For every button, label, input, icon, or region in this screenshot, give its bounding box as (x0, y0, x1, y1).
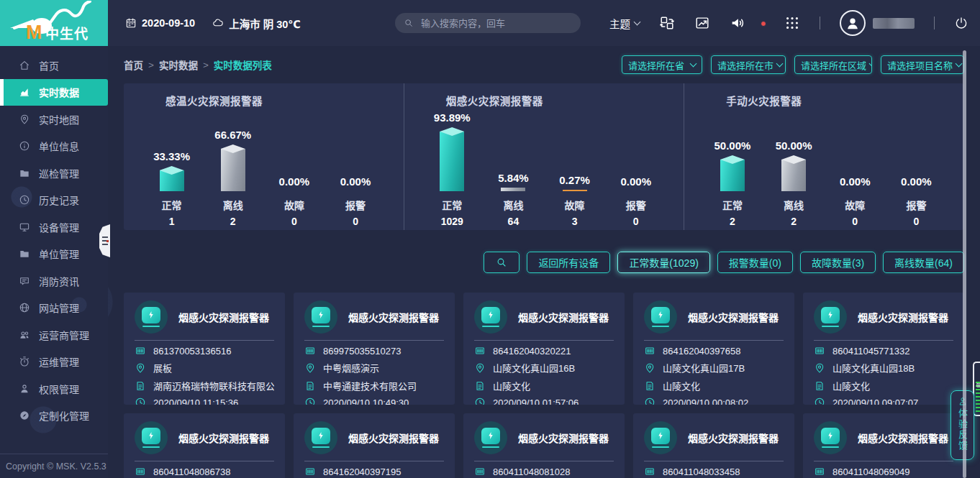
sidebar-item-label: 设备管理 (39, 220, 79, 234)
device-card-3[interactable]: 烟感火灾探测报警器 864162040397658 山陵文化真山园17B 山陵文… (633, 293, 794, 405)
swap-icon[interactable] (659, 15, 675, 31)
bar-3d (781, 155, 806, 191)
device-card-1[interactable]: 烟感火灾探测报警器 869975035510273 中粤烟感演示 中粤通建技术有… (294, 293, 455, 405)
device-type-badge (304, 421, 337, 454)
sidebar-item-8[interactable]: 消防资讯 (0, 267, 108, 295)
apps-grid-icon[interactable] (784, 15, 800, 31)
hamburger-icon (102, 236, 108, 246)
device-card-0[interactable]: 烟感火灾探测报警器 861370053136516 展板 湖南迈格瑞特物联科技有… (124, 293, 285, 405)
main-content: 首页 > 实时数据 > 实时数据列表 请选择所在省 请选择所在市 请选择所在区域… (108, 46, 980, 478)
sidebar-item-12[interactable]: 权限管理 (0, 375, 108, 403)
company-icon (474, 380, 486, 392)
chevron-down-icon (956, 60, 963, 68)
device-card-title: 烟感火灾探测报警器 (518, 310, 609, 324)
device-id-row: 869975035510273 (304, 345, 444, 357)
filter-button-4[interactable]: 离线数量(64) (883, 252, 964, 273)
sidebar-item-11[interactable]: 运维管理 (0, 349, 108, 376)
stopwatch-icon (19, 356, 30, 367)
sidebar-item-0[interactable]: 首页 (0, 52, 108, 79)
location-pin-icon (814, 362, 825, 374)
chart-group-1: 烟感火灾探测报警器 93.89% 正常 1029 5.84% 离线 64 0.2… (404, 83, 684, 230)
sidebar-item-label: 运维管理 (39, 354, 79, 369)
barcode-icon (474, 345, 486, 357)
district-select[interactable]: 请选择所在区域 (794, 55, 872, 74)
sidebar-item-2[interactable]: 实时地图 (0, 106, 108, 133)
filter-button-0[interactable]: 返回所有设备 (527, 252, 610, 273)
scrollbar[interactable] (963, 50, 966, 478)
trend-icon[interactable] (694, 15, 710, 31)
search-devices-button[interactable] (484, 252, 520, 273)
device-card-2[interactable]: 烟感火灾探测报警器 864162040320221 山陵文化真山园16B 山陵文… (463, 293, 625, 405)
bar-3d (501, 188, 525, 191)
filter-button-2[interactable]: 报警数量(0) (717, 252, 793, 273)
sidebar-item-13[interactable]: 定制化管理 (0, 403, 108, 430)
sidebar-item-6[interactable]: 设备管理 (0, 213, 108, 241)
barcode-icon (304, 345, 316, 357)
barcode-icon (814, 345, 825, 357)
breadcrumb-realtime[interactable]: 实时数据 (159, 58, 198, 72)
power-icon[interactable] (954, 16, 968, 30)
device-type-badge (474, 300, 507, 334)
filter-button-3[interactable]: 故障数量(3) (800, 252, 876, 273)
device-id-row: 860411048081028 (474, 466, 614, 477)
app-logo[interactable]: M 中生代 (0, 0, 108, 46)
category-label: 离线 (223, 198, 243, 212)
bolt-icon (142, 307, 160, 323)
city-select[interactable]: 请选择所在市 (711, 55, 786, 74)
theme-dropdown[interactable]: 主题 (609, 16, 640, 31)
sidebar-item-5[interactable]: 历史记录 (0, 187, 108, 214)
time-icon (814, 397, 825, 405)
bar-col-1-2: 0.27% 故障 3 (547, 109, 603, 227)
divider (820, 17, 820, 29)
sidebar-item-label: 单位信息 (39, 139, 79, 153)
percent-label: 0.27% (559, 174, 590, 186)
device-card-9[interactable]: 烟感火灾探测报警器 860411048069049 山陵文化真山园 (803, 413, 964, 478)
topbar: M 中生代 2020-09-10 上海市 阴 30℃ 主题 (0, 0, 980, 46)
sidebar-item-3[interactable]: 单位信息 (0, 133, 108, 160)
avatar-icon[interactable] (840, 10, 866, 36)
breadcrumb-home[interactable]: 首页 (124, 58, 143, 72)
folder-icon (19, 248, 30, 259)
category-label: 正常 (722, 198, 743, 212)
bar-col-0-2: 0.00% 故障 0 (266, 109, 322, 227)
device-card-8[interactable]: 烟感火灾探测报警器 860411048033458 山陵文化真山园 (633, 413, 794, 478)
bar-col-2-0: 50.00% 正常 2 (704, 109, 761, 227)
barcode-icon (976, 382, 980, 412)
count-label: 0 (913, 216, 919, 227)
device-card-5[interactable]: 烟感火灾探测报警器 860411048086738 山陵文化真山园 (124, 413, 285, 478)
custom-compass-icon (19, 410, 30, 421)
global-search[interactable] (395, 13, 581, 33)
speaker-icon[interactable] (730, 15, 745, 31)
count-label: 2 (730, 216, 735, 227)
category-label: 报警 (906, 198, 926, 212)
sidebar-item-9[interactable]: 网站管理 (0, 295, 108, 322)
sidebar-item-1[interactable]: 实时数据 (0, 79, 108, 106)
barcode-icon (814, 466, 825, 477)
device-card-7[interactable]: 烟感火灾探测报警器 860411048081028 山陵文化真山园 (463, 413, 625, 478)
sidebar-item-label: 巡检管理 (39, 166, 79, 180)
device-card-title: 烟感火灾探测报警器 (348, 310, 439, 324)
percent-label: 66.67% (214, 129, 251, 141)
divider (644, 340, 784, 341)
bolt-icon (481, 307, 500, 323)
bar-col-0-3: 0.00% 报警 0 (327, 109, 384, 227)
device-card-4[interactable]: 烟感火灾探测报警器 860411045771332 山陵文化真山园18B 山陵文… (803, 293, 964, 405)
bar-col-2-2: 0.00% 故障 0 (827, 109, 883, 227)
weather-display: 上海市 阴 30℃ (212, 16, 301, 31)
device-card-title: 烟感火灾探测报警器 (688, 431, 779, 445)
device-card-6[interactable]: 烟感火灾探测报警器 864162040397195 山陵文化真山园 (294, 413, 455, 478)
count-label: 2 (230, 216, 236, 227)
filter-button-1[interactable]: 正常数量(1029) (617, 252, 709, 273)
breadcrumb: 首页 > 实时数据 > 实时数据列表 (124, 58, 272, 72)
count-label: 0 (291, 216, 297, 227)
project-select[interactable]: 请选择项目名称 (881, 55, 964, 74)
sidebar-item-label: 权限管理 (39, 382, 79, 396)
sidebar-item-4[interactable]: 巡检管理 (0, 160, 108, 187)
date-display: 2020-09-10 (125, 17, 195, 29)
sidebar: 首页实时数据实时地图单位信息巡检管理历史记录设备管理单位管理消防资讯网站管理运营… (0, 46, 108, 478)
sidebar-item-7[interactable]: 单位管理 (0, 241, 108, 268)
sidebar-item-10[interactable]: 运营商管理 (0, 321, 108, 349)
search-input[interactable] (419, 17, 572, 29)
device-type-badge (304, 300, 337, 334)
province-select[interactable]: 请选择所在省 (622, 55, 702, 74)
